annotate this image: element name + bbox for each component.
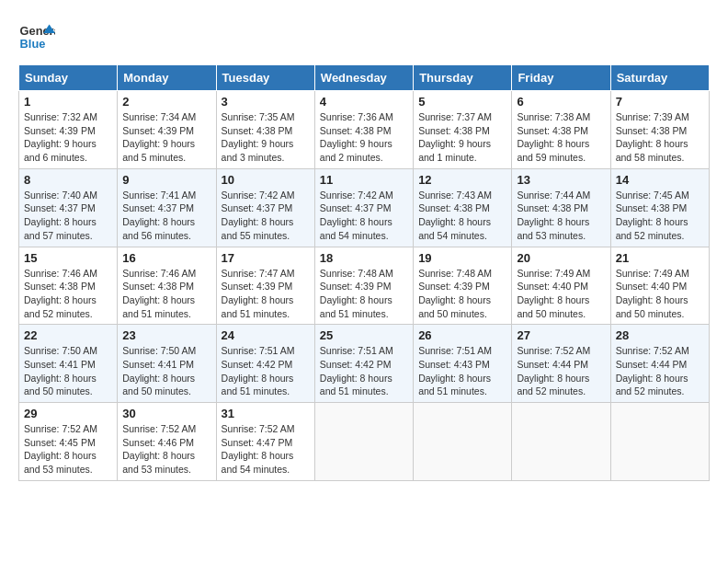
column-header-sunday: Sunday bbox=[19, 65, 118, 91]
day-info: Sunrise: 7:48 AM Sunset: 4:39 PM Dayligh… bbox=[320, 267, 408, 321]
daylight-label: Daylight: 8 hours and 50 minutes. bbox=[517, 294, 589, 319]
day-info: Sunrise: 7:44 AM Sunset: 4:38 PM Dayligh… bbox=[517, 189, 605, 243]
calendar-cell: 1 Sunrise: 7:32 AM Sunset: 4:39 PM Dayli… bbox=[19, 91, 118, 169]
day-info: Sunrise: 7:39 AM Sunset: 4:38 PM Dayligh… bbox=[616, 110, 704, 165]
calendar-week-row: 8 Sunrise: 7:40 AM Sunset: 4:37 PM Dayli… bbox=[19, 168, 710, 247]
sunrise-label: Sunrise: 7:50 AM bbox=[24, 345, 97, 356]
sunset-label: Sunset: 4:38 PM bbox=[122, 281, 194, 292]
calendar-week-row: 1 Sunrise: 7:32 AM Sunset: 4:39 PM Dayli… bbox=[19, 91, 710, 169]
day-number: 29 bbox=[24, 407, 112, 420]
calendar-week-row: 15 Sunrise: 7:46 AM Sunset: 4:38 PM Dayl… bbox=[19, 247, 710, 325]
calendar-cell: 17 Sunrise: 7:47 AM Sunset: 4:39 PM Dayl… bbox=[216, 247, 314, 325]
sunrise-label: Sunrise: 7:52 AM bbox=[517, 345, 590, 356]
daylight-label: Daylight: 8 hours and 51 minutes. bbox=[418, 373, 491, 397]
sunrise-label: Sunrise: 7:50 AM bbox=[122, 345, 196, 356]
calendar-cell: 18 Sunrise: 7:48 AM Sunset: 4:39 PM Dayl… bbox=[314, 247, 413, 325]
sunset-label: Sunset: 4:39 PM bbox=[24, 125, 96, 136]
sunset-label: Sunset: 4:38 PM bbox=[616, 125, 688, 136]
day-info: Sunrise: 7:34 AM Sunset: 4:39 PM Dayligh… bbox=[122, 110, 210, 165]
day-number: 18 bbox=[320, 251, 408, 265]
day-info: Sunrise: 7:37 AM Sunset: 4:38 PM Dayligh… bbox=[418, 110, 506, 165]
day-number: 22 bbox=[24, 328, 112, 342]
day-number: 11 bbox=[320, 173, 408, 187]
day-info: Sunrise: 7:36 AM Sunset: 4:38 PM Dayligh… bbox=[320, 110, 408, 165]
sunset-label: Sunset: 4:45 PM bbox=[24, 437, 96, 448]
sunset-label: Sunset: 4:42 PM bbox=[222, 359, 293, 370]
sunrise-label: Sunrise: 7:42 AM bbox=[320, 190, 393, 201]
calendar-cell: 31 Sunrise: 7:52 AM Sunset: 4:47 PM Dayl… bbox=[216, 403, 314, 481]
daylight-label: Daylight: 8 hours and 58 minutes. bbox=[616, 138, 688, 163]
daylight-label: Daylight: 9 hours and 6 minutes. bbox=[24, 138, 97, 163]
day-info: Sunrise: 7:42 AM Sunset: 4:37 PM Dayligh… bbox=[320, 189, 408, 243]
sunset-label: Sunset: 4:44 PM bbox=[517, 359, 588, 370]
day-number: 7 bbox=[616, 95, 704, 109]
daylight-label: Daylight: 8 hours and 52 minutes. bbox=[517, 373, 589, 397]
calendar-cell: 26 Sunrise: 7:51 AM Sunset: 4:43 PM Dayl… bbox=[414, 325, 512, 403]
calendar-week-row: 22 Sunrise: 7:50 AM Sunset: 4:41 PM Dayl… bbox=[19, 325, 710, 403]
day-number: 2 bbox=[122, 95, 210, 109]
day-number: 6 bbox=[517, 95, 605, 109]
sunrise-label: Sunrise: 7:46 AM bbox=[24, 268, 97, 279]
day-number: 16 bbox=[122, 251, 210, 265]
sunset-label: Sunset: 4:38 PM bbox=[517, 125, 588, 136]
calendar-cell: 29 Sunrise: 7:52 AM Sunset: 4:45 PM Dayl… bbox=[19, 403, 118, 481]
sunset-label: Sunset: 4:40 PM bbox=[517, 281, 588, 292]
day-number: 5 bbox=[418, 95, 506, 109]
calendar-cell: 5 Sunrise: 7:37 AM Sunset: 4:38 PM Dayli… bbox=[414, 91, 512, 169]
daylight-label: Daylight: 8 hours and 50 minutes. bbox=[418, 294, 491, 319]
daylight-label: Daylight: 8 hours and 52 minutes. bbox=[616, 373, 688, 397]
daylight-label: Daylight: 8 hours and 54 minutes. bbox=[418, 216, 491, 241]
calendar-week-row: 29 Sunrise: 7:52 AM Sunset: 4:45 PM Dayl… bbox=[19, 403, 710, 481]
calendar-cell: 21 Sunrise: 7:49 AM Sunset: 4:40 PM Dayl… bbox=[610, 247, 709, 325]
column-header-tuesday: Tuesday bbox=[216, 65, 314, 91]
calendar-cell: 2 Sunrise: 7:34 AM Sunset: 4:39 PM Dayli… bbox=[118, 91, 216, 169]
sunrise-label: Sunrise: 7:38 AM bbox=[517, 111, 590, 122]
daylight-label: Daylight: 8 hours and 56 minutes. bbox=[122, 216, 195, 241]
sunset-label: Sunset: 4:38 PM bbox=[320, 125, 392, 136]
calendar-cell bbox=[610, 403, 709, 481]
calendar-cell: 7 Sunrise: 7:39 AM Sunset: 4:38 PM Dayli… bbox=[610, 91, 709, 169]
page-container: General Blue SundayMondayTuesdayWednesda… bbox=[18, 18, 710, 481]
sunrise-label: Sunrise: 7:43 AM bbox=[418, 190, 492, 201]
sunrise-label: Sunrise: 7:32 AM bbox=[24, 111, 97, 122]
calendar-cell bbox=[314, 403, 413, 481]
sunrise-label: Sunrise: 7:48 AM bbox=[418, 268, 492, 279]
column-header-saturday: Saturday bbox=[610, 65, 709, 91]
sunrise-label: Sunrise: 7:51 AM bbox=[320, 345, 393, 356]
calendar-cell: 12 Sunrise: 7:43 AM Sunset: 4:38 PM Dayl… bbox=[414, 168, 512, 247]
sunset-label: Sunset: 4:42 PM bbox=[320, 359, 392, 370]
day-number: 19 bbox=[418, 251, 506, 265]
day-number: 14 bbox=[616, 173, 704, 187]
sunset-label: Sunset: 4:39 PM bbox=[418, 281, 490, 292]
day-info: Sunrise: 7:38 AM Sunset: 4:38 PM Dayligh… bbox=[517, 110, 605, 165]
sunrise-label: Sunrise: 7:52 AM bbox=[222, 423, 295, 434]
sunrise-label: Sunrise: 7:45 AM bbox=[616, 190, 689, 201]
column-header-monday: Monday bbox=[118, 65, 216, 91]
day-number: 23 bbox=[122, 328, 210, 342]
day-number: 12 bbox=[418, 173, 506, 187]
day-info: Sunrise: 7:51 AM Sunset: 4:42 PM Dayligh… bbox=[320, 344, 408, 398]
sunset-label: Sunset: 4:38 PM bbox=[418, 202, 490, 213]
sunrise-label: Sunrise: 7:34 AM bbox=[122, 111, 196, 122]
day-info: Sunrise: 7:40 AM Sunset: 4:37 PM Dayligh… bbox=[24, 189, 112, 243]
daylight-label: Daylight: 8 hours and 55 minutes. bbox=[222, 216, 294, 241]
sunset-label: Sunset: 4:38 PM bbox=[418, 125, 490, 136]
sunset-label: Sunset: 4:37 PM bbox=[122, 202, 194, 213]
day-info: Sunrise: 7:50 AM Sunset: 4:41 PM Dayligh… bbox=[24, 344, 112, 398]
daylight-label: Daylight: 8 hours and 51 minutes. bbox=[222, 373, 294, 397]
day-info: Sunrise: 7:43 AM Sunset: 4:38 PM Dayligh… bbox=[418, 189, 506, 243]
day-info: Sunrise: 7:49 AM Sunset: 4:40 PM Dayligh… bbox=[517, 267, 605, 321]
daylight-label: Daylight: 9 hours and 1 minute. bbox=[418, 138, 491, 163]
sunrise-label: Sunrise: 7:44 AM bbox=[517, 190, 590, 201]
daylight-label: Daylight: 8 hours and 54 minutes. bbox=[222, 450, 294, 475]
sunset-label: Sunset: 4:47 PM bbox=[222, 437, 293, 448]
calendar-cell: 8 Sunrise: 7:40 AM Sunset: 4:37 PM Dayli… bbox=[19, 168, 118, 247]
calendar-cell bbox=[414, 403, 512, 481]
day-number: 30 bbox=[122, 407, 210, 420]
day-info: Sunrise: 7:52 AM Sunset: 4:47 PM Dayligh… bbox=[222, 422, 310, 477]
calendar-cell: 14 Sunrise: 7:45 AM Sunset: 4:38 PM Dayl… bbox=[610, 168, 709, 247]
calendar-cell: 28 Sunrise: 7:52 AM Sunset: 4:44 PM Dayl… bbox=[610, 325, 709, 403]
calendar-cell: 25 Sunrise: 7:51 AM Sunset: 4:42 PM Dayl… bbox=[314, 325, 413, 403]
sunset-label: Sunset: 4:44 PM bbox=[616, 359, 688, 370]
day-number: 15 bbox=[24, 251, 112, 265]
